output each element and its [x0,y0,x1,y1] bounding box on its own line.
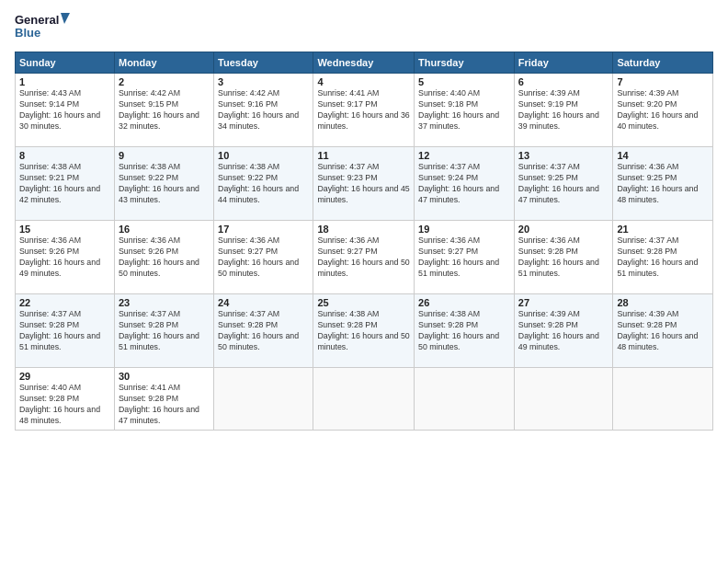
day-info: Sunrise: 4:38 AMSunset: 9:28 PMDaylight:… [317,309,410,353]
calendar-cell: 9 Sunrise: 4:38 AMSunset: 9:22 PMDayligh… [114,147,213,221]
day-number: 8 [19,150,110,161]
day-number: 16 [119,224,210,235]
calendar-cell: 18 Sunrise: 4:36 AMSunset: 9:27 PMDaylig… [313,221,415,294]
calendar-col-header: Thursday [415,52,515,74]
calendar-col-header: Sunday [16,52,115,74]
calendar-cell: 25 Sunrise: 4:38 AMSunset: 9:28 PMDaylig… [313,294,415,368]
day-info: Sunrise: 4:41 AMSunset: 9:17 PMDaylight:… [317,88,410,132]
calendar-cell: 20 Sunrise: 4:36 AMSunset: 9:28 PMDaylig… [514,221,613,294]
calendar-cell: 19 Sunrise: 4:36 AMSunset: 9:27 PMDaylig… [415,221,515,294]
day-info: Sunrise: 4:39 AMSunset: 9:28 PMDaylight:… [518,309,609,353]
day-number: 21 [617,224,709,235]
calendar-cell: 30 Sunrise: 4:41 AMSunset: 9:28 PMDaylig… [114,368,213,431]
day-info: Sunrise: 4:36 AMSunset: 9:26 PMDaylight:… [19,236,110,280]
calendar-cell: 11 Sunrise: 4:37 AMSunset: 9:23 PMDaylig… [313,147,415,221]
calendar-cell: 21 Sunrise: 4:37 AMSunset: 9:28 PMDaylig… [613,221,713,294]
day-info: Sunrise: 4:40 AMSunset: 9:18 PMDaylight:… [418,88,510,132]
calendar-cell: 14 Sunrise: 4:36 AMSunset: 9:25 PMDaylig… [613,147,713,221]
day-number: 14 [617,150,709,161]
calendar-cell [613,368,713,431]
calendar-cell: 6 Sunrise: 4:39 AMSunset: 9:19 PMDayligh… [514,74,613,147]
svg-text:Blue: Blue [15,26,40,40]
day-info: Sunrise: 4:38 AMSunset: 9:28 PMDaylight:… [418,309,510,353]
day-number: 4 [317,76,410,87]
day-info: Sunrise: 4:38 AMSunset: 9:21 PMDaylight:… [19,162,110,206]
calendar-table: SundayMondayTuesdayWednesdayThursdayFrid… [15,52,713,431]
day-info: Sunrise: 4:39 AMSunset: 9:20 PMDaylight:… [617,88,709,132]
day-number: 27 [518,297,609,308]
day-info: Sunrise: 4:36 AMSunset: 9:27 PMDaylight:… [218,236,309,280]
day-info: Sunrise: 4:36 AMSunset: 9:27 PMDaylight:… [418,236,510,280]
day-number: 9 [119,150,210,161]
calendar-cell: 24 Sunrise: 4:37 AMSunset: 9:28 PMDaylig… [214,294,313,368]
day-info: Sunrise: 4:40 AMSunset: 9:28 PMDaylight:… [19,383,110,427]
day-number: 22 [19,297,110,308]
calendar-col-header: Saturday [613,52,713,74]
day-info: Sunrise: 4:42 AMSunset: 9:16 PMDaylight:… [218,88,309,132]
calendar-cell: 12 Sunrise: 4:37 AMSunset: 9:24 PMDaylig… [415,147,515,221]
day-number: 20 [518,224,609,235]
calendar-cell: 28 Sunrise: 4:39 AMSunset: 9:28 PMDaylig… [613,294,713,368]
logo: General Blue [15,11,70,44]
calendar-cell: 27 Sunrise: 4:39 AMSunset: 9:28 PMDaylig… [514,294,613,368]
day-info: Sunrise: 4:36 AMSunset: 9:28 PMDaylight:… [518,236,609,280]
day-number: 11 [317,150,410,161]
calendar-cell [514,368,613,431]
day-info: Sunrise: 4:37 AMSunset: 9:28 PMDaylight:… [218,309,309,353]
day-number: 23 [119,297,210,308]
calendar-cell: 8 Sunrise: 4:38 AMSunset: 9:21 PMDayligh… [16,147,115,221]
day-number: 10 [218,150,309,161]
calendar-cell: 5 Sunrise: 4:40 AMSunset: 9:18 PMDayligh… [415,74,515,147]
day-number: 15 [19,224,110,235]
calendar-col-header: Tuesday [214,52,313,74]
day-number: 25 [317,297,410,308]
calendar-cell: 17 Sunrise: 4:36 AMSunset: 9:27 PMDaylig… [214,221,313,294]
day-info: Sunrise: 4:37 AMSunset: 9:23 PMDaylight:… [317,162,410,206]
day-info: Sunrise: 4:37 AMSunset: 9:28 PMDaylight:… [119,309,210,353]
day-number: 13 [518,150,609,161]
day-number: 26 [418,297,510,308]
day-number: 7 [617,76,709,87]
day-info: Sunrise: 4:39 AMSunset: 9:19 PMDaylight:… [518,88,609,132]
calendar-cell: 2 Sunrise: 4:42 AMSunset: 9:15 PMDayligh… [114,74,213,147]
day-info: Sunrise: 4:37 AMSunset: 9:24 PMDaylight:… [418,162,510,206]
day-number: 19 [418,224,510,235]
day-info: Sunrise: 4:36 AMSunset: 9:26 PMDaylight:… [119,236,210,280]
day-info: Sunrise: 4:39 AMSunset: 9:28 PMDaylight:… [617,309,709,353]
day-number: 18 [317,224,410,235]
day-number: 2 [119,76,210,87]
calendar-cell: 16 Sunrise: 4:36 AMSunset: 9:26 PMDaylig… [114,221,213,294]
day-info: Sunrise: 4:43 AMSunset: 9:14 PMDaylight:… [19,88,110,132]
day-info: Sunrise: 4:37 AMSunset: 9:28 PMDaylight:… [617,236,709,280]
day-info: Sunrise: 4:37 AMSunset: 9:25 PMDaylight:… [518,162,609,206]
day-info: Sunrise: 4:36 AMSunset: 9:25 PMDaylight:… [617,162,709,206]
day-number: 6 [518,76,609,87]
calendar-cell: 13 Sunrise: 4:37 AMSunset: 9:25 PMDaylig… [514,147,613,221]
day-number: 12 [418,150,510,161]
calendar-cell: 3 Sunrise: 4:42 AMSunset: 9:16 PMDayligh… [214,74,313,147]
day-number: 3 [218,76,309,87]
day-number: 17 [218,224,309,235]
day-number: 1 [19,76,110,87]
day-number: 29 [19,371,110,382]
calendar-cell: 22 Sunrise: 4:37 AMSunset: 9:28 PMDaylig… [16,294,115,368]
day-number: 30 [119,371,210,382]
logo-svg: General Blue [15,11,70,44]
day-info: Sunrise: 4:36 AMSunset: 9:27 PMDaylight:… [317,236,410,280]
calendar-cell: 7 Sunrise: 4:39 AMSunset: 9:20 PMDayligh… [613,74,713,147]
calendar-col-header: Monday [114,52,213,74]
calendar-col-header: Wednesday [313,52,415,74]
day-number: 5 [418,76,510,87]
calendar-cell: 26 Sunrise: 4:38 AMSunset: 9:28 PMDaylig… [415,294,515,368]
calendar-cell: 15 Sunrise: 4:36 AMSunset: 9:26 PMDaylig… [16,221,115,294]
calendar-cell [313,368,415,431]
day-info: Sunrise: 4:38 AMSunset: 9:22 PMDaylight:… [119,162,210,206]
calendar-col-header: Friday [514,52,613,74]
page-header: General Blue [15,11,713,44]
svg-marker-2 [61,13,70,24]
day-number: 24 [218,297,309,308]
calendar-cell: 10 Sunrise: 4:38 AMSunset: 9:22 PMDaylig… [214,147,313,221]
calendar-cell: 29 Sunrise: 4:40 AMSunset: 9:28 PMDaylig… [16,368,115,431]
calendar-cell: 1 Sunrise: 4:43 AMSunset: 9:14 PMDayligh… [16,74,115,147]
calendar-cell [415,368,515,431]
